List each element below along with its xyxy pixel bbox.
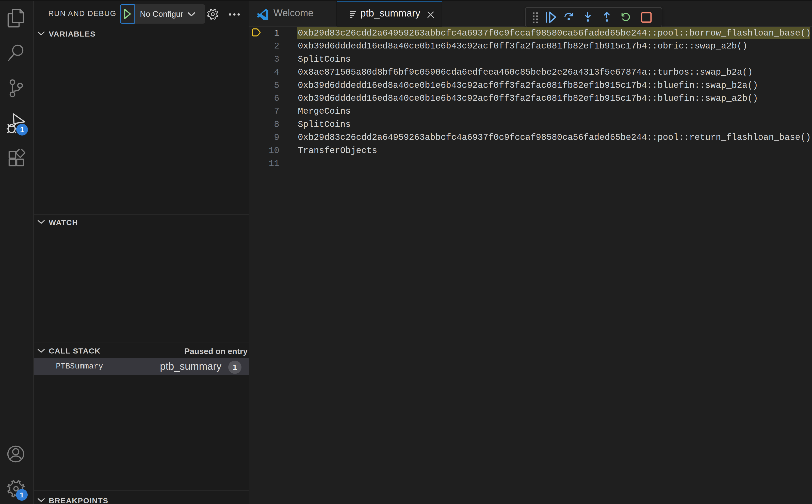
svg-text:1: 1 [20,491,24,499]
svg-text:1: 1 [20,126,24,134]
